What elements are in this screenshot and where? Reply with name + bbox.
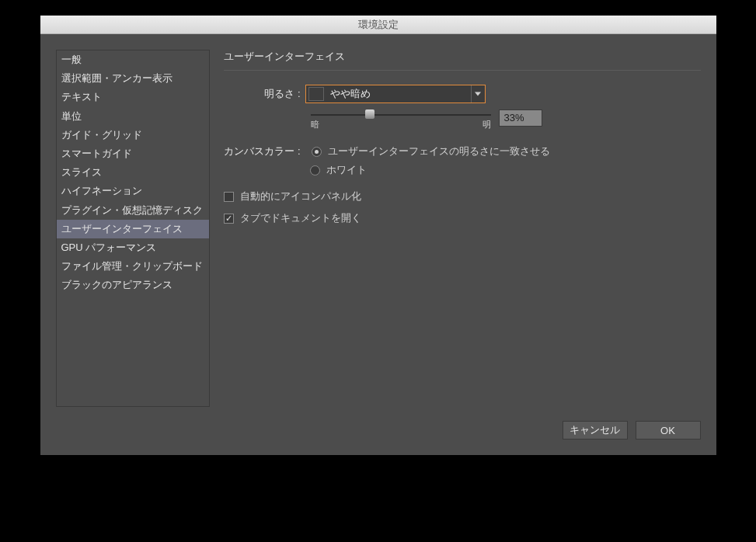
- radio-match-ui[interactable]: [312, 147, 322, 157]
- category-sidebar: 一般 選択範囲・アンカー表示 テキスト 単位 ガイド・グリッド スマートガイド …: [56, 50, 210, 407]
- slider-labels: 暗 明: [311, 119, 491, 130]
- ok-button[interactable]: OK: [636, 421, 701, 440]
- sidebar-item-general[interactable]: 一般: [57, 50, 209, 69]
- sidebar-item-hyphenation[interactable]: ハイフネーション: [57, 182, 209, 200]
- brightness-swatch-icon: [308, 87, 324, 101]
- sidebar-item-units[interactable]: 単位: [57, 107, 209, 126]
- sidebar-item-plugins-scratch[interactable]: プラグイン・仮想記憶ディスク: [57, 201, 209, 220]
- brightness-row: 明るさ : やや暗め: [224, 85, 701, 103]
- sidebar-item-guides-grid[interactable]: ガイド・グリッド: [57, 126, 209, 144]
- brightness-slider[interactable]: 暗 明: [311, 109, 491, 130]
- sidebar-item-gpu-performance[interactable]: GPU パフォーマンス: [57, 238, 209, 257]
- sidebar-item-file-clipboard[interactable]: ファイル管理・クリップボード: [57, 257, 209, 276]
- sidebar-item-smart-guides[interactable]: スマートガイド: [57, 144, 209, 163]
- radio-white-label: ホワイト: [326, 163, 367, 177]
- dialog-titlebar: 環境設定: [40, 16, 716, 34]
- slider-track: [311, 114, 491, 116]
- divider: [224, 70, 701, 71]
- panel-heading: ユーザーインターフェイス: [224, 50, 701, 64]
- slider-label-light: 明: [483, 119, 491, 130]
- checkbox-open-tabs[interactable]: [224, 214, 234, 224]
- canvas-color-row-1: カンバスカラー : ユーザーインターフェイスの明るさに一致させる: [224, 144, 701, 158]
- dialog-footer: キャンセル OK: [40, 421, 716, 455]
- brightness-slider-row: 暗 明 33%: [311, 109, 701, 130]
- sidebar-item-text[interactable]: テキスト: [57, 88, 209, 106]
- sidebar-item-user-interface[interactable]: ユーザーインターフェイス: [57, 220, 209, 238]
- open-tabs-label: タブでドキュメントを開く: [240, 211, 361, 225]
- checkbox-auto-collapse[interactable]: [224, 192, 234, 202]
- brightness-value: やや暗め: [330, 87, 471, 101]
- auto-collapse-row: 自動的にアイコンパネル化: [224, 189, 701, 203]
- slider-label-dark: 暗: [311, 119, 319, 130]
- cancel-button[interactable]: キャンセル: [563, 421, 628, 440]
- open-tabs-row: タブでドキュメントを開く: [224, 211, 701, 225]
- sidebar-item-slices[interactable]: スライス: [57, 163, 209, 182]
- dialog-body: 一般 選択範囲・アンカー表示 テキスト 単位 ガイド・グリッド スマートガイド …: [40, 34, 716, 421]
- brightness-select[interactable]: やや暗め: [305, 85, 486, 103]
- auto-collapse-label: 自動的にアイコンパネル化: [240, 189, 361, 203]
- chevron-down-icon: [471, 85, 485, 102]
- sidebar-item-selection-anchor[interactable]: 選択範囲・アンカー表示: [57, 69, 209, 88]
- canvas-color-row-2: ホワイト: [310, 163, 701, 177]
- radio-match-ui-label: ユーザーインターフェイスの明るさに一致させる: [328, 144, 550, 158]
- brightness-percent-input[interactable]: 33%: [499, 109, 542, 127]
- preferences-dialog: 環境設定 一般 選択範囲・アンカー表示 テキスト 単位 ガイド・グリッド スマー…: [40, 16, 716, 455]
- settings-panel: ユーザーインターフェイス 明るさ : やや暗め 暗: [224, 50, 701, 407]
- canvas-color-group: カンバスカラー : ユーザーインターフェイスの明るさに一致させる ホワイト: [224, 144, 701, 177]
- radio-white[interactable]: [310, 165, 320, 175]
- slider-thumb[interactable]: [365, 109, 375, 119]
- sidebar-item-black-appearance[interactable]: ブラックのアピアランス: [57, 276, 209, 294]
- canvas-color-label: カンバスカラー :: [224, 144, 305, 158]
- dialog-title: 環境設定: [358, 18, 399, 32]
- brightness-label: 明るさ :: [224, 87, 305, 101]
